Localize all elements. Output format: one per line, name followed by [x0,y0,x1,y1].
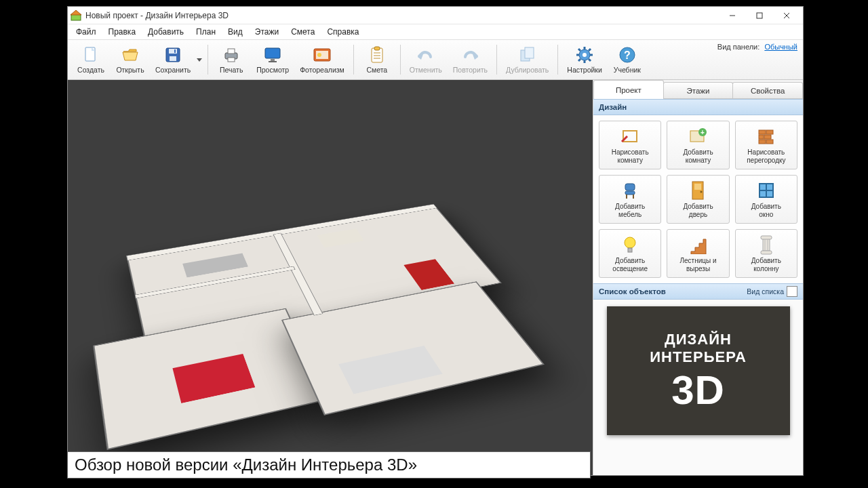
add-window-button[interactable]: Добавитьокно [735,175,797,224]
svg-marker-12 [197,58,202,62]
settings-button[interactable]: Настройки [562,41,607,78]
menu-add[interactable]: Добавить [142,26,189,38]
add-door-button[interactable]: Добавитьдверь [667,175,729,224]
undo-button[interactable]: Отменить [405,41,447,78]
add-furniture-button[interactable]: Добавитьмебель [599,175,661,224]
section-objects: Список объектов Вид списка [593,283,803,300]
svg-rect-15 [228,58,235,62]
create-button[interactable]: Создать [72,41,110,78]
list-view-toggle[interactable] [787,286,797,297]
add-stairs-button[interactable]: Лестницы ивырезы [667,229,729,278]
open-button[interactable]: Открыть [111,41,149,78]
svg-line-40 [578,59,580,61]
titlebar: Новый проект - Дизайн Интерьера 3D [68,7,803,24]
minimize-button[interactable] [719,7,746,24]
undo-icon [416,45,435,64]
stairs-icon [688,235,708,255]
printer-icon [222,45,241,64]
help-icon: ? [618,45,637,64]
menu-edit[interactable]: Правка [103,26,142,38]
gear-icon [575,45,594,64]
svg-line-38 [589,59,591,61]
svg-marker-1 [71,10,81,15]
photoreal-button[interactable]: Фотореализм [295,41,349,78]
svg-rect-52 [759,140,766,144]
redo-icon [460,45,479,64]
window-controls [719,7,800,24]
toolbar: Создать Открыть Сохранить Печать Просм [68,39,803,80]
list-view-label: Вид списка [747,287,784,296]
menu-help[interactable]: Справка [321,26,364,38]
close-button[interactable] [773,7,800,24]
3d-viewport[interactable] [68,80,593,475]
maximize-button[interactable] [746,7,773,24]
separator [496,45,497,75]
save-dropdown[interactable] [195,41,203,78]
app-icon [71,10,81,21]
wall-icon [756,126,776,146]
tutorial-button[interactable]: ? Учебник [608,41,646,78]
save-icon [163,45,182,64]
svg-point-32 [583,53,587,57]
svg-text:?: ? [624,49,631,61]
save-button[interactable]: Сохранить [151,41,195,78]
svg-point-21 [317,53,321,57]
svg-text:+: + [701,129,705,136]
preview-button[interactable]: Просмотр [252,41,294,78]
clipboard-icon [368,45,387,64]
door-icon [688,180,708,201]
svg-rect-11 [174,49,176,53]
svg-rect-17 [271,59,275,61]
svg-rect-59 [694,184,701,190]
separator [208,45,208,75]
estimate-button[interactable]: Смета [358,41,396,78]
new-file-icon [81,45,100,64]
tab-floors[interactable]: Этажи [663,82,734,98]
tab-project[interactable]: Проект [593,80,664,99]
svg-rect-9 [169,49,177,54]
window-title: Новый проект - Дизайн Интерьера 3D [85,11,719,20]
svg-rect-54 [625,184,635,190]
svg-point-64 [625,237,635,248]
svg-rect-68 [761,251,772,254]
menubar: Файл Правка Добавить План Вид Этажи Смет… [68,24,803,39]
duplicate-button[interactable]: Дублировать [501,41,553,78]
svg-rect-43 [623,131,637,142]
svg-rect-10 [170,56,176,61]
svg-line-39 [589,49,591,51]
add-room-button[interactable]: + Добавитькомнату [667,121,729,169]
print-button[interactable]: Печать [212,41,250,78]
svg-rect-30 [525,47,534,58]
menu-file[interactable]: Файл [71,26,102,38]
section-design: Дизайн [593,99,803,115]
floorplan-render [94,104,567,451]
svg-rect-66 [763,239,770,251]
redo-button[interactable]: Повторить [448,41,492,78]
draw-room-button[interactable]: Нарисоватькомнату [599,121,661,169]
menu-plan[interactable]: План [191,26,221,38]
side-panel: Проект Этажи Свойства Дизайн Нарисоватьк… [593,80,803,475]
add-column-button[interactable]: Добавитьколонну [735,229,797,278]
svg-rect-53 [766,140,773,144]
panel-mode-link[interactable]: Обычный [764,43,797,51]
draw-wall-button[interactable]: Нарисоватьперегородку [735,121,797,169]
folder-open-icon [121,45,140,64]
svg-rect-16 [265,48,280,58]
tab-props[interactable]: Свойства [732,82,803,98]
menu-view[interactable]: Вид [222,26,248,38]
svg-rect-14 [228,49,235,54]
svg-point-60 [701,191,703,193]
svg-rect-55 [625,191,635,195]
side-tabs: Проект Этажи Свойства [593,80,803,99]
separator [400,45,401,75]
draw-room-icon [620,126,640,146]
duplicate-icon [518,45,537,64]
svg-rect-67 [761,236,772,239]
menu-floors[interactable]: Этажи [250,26,284,38]
monitor-icon [263,45,282,64]
menu-estimate[interactable]: Смета [285,26,320,38]
svg-rect-18 [269,61,277,62]
svg-rect-23 [374,47,380,50]
separator [353,45,354,75]
add-light-button[interactable]: Добавитьосвещение [599,229,661,278]
